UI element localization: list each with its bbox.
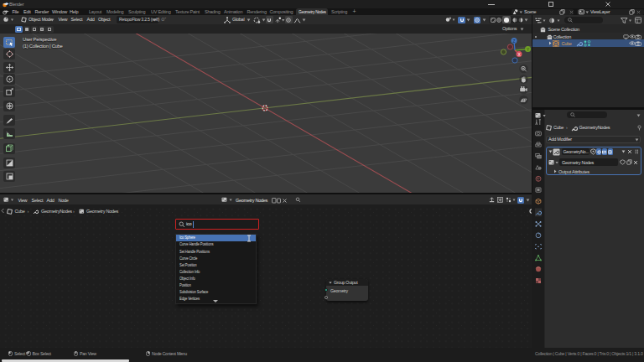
svg-text:Z: Z [513, 39, 516, 44]
